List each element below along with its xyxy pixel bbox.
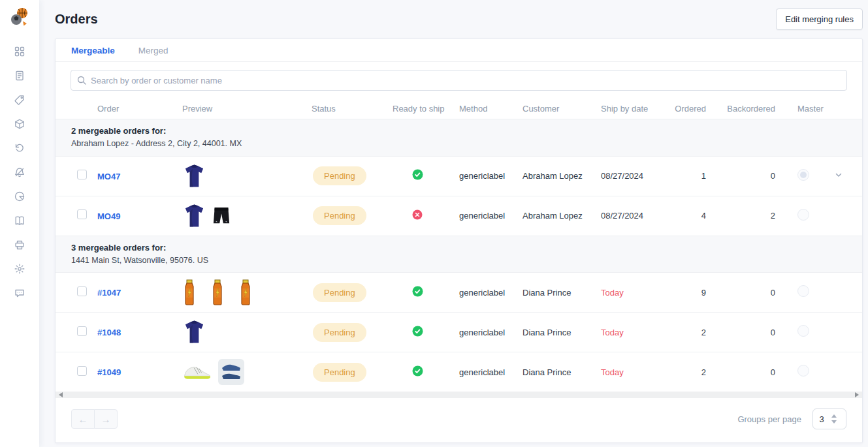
master-radio[interactable] bbox=[797, 325, 809, 337]
tab-mergeable[interactable]: Mergeable bbox=[71, 46, 115, 55]
order-row: #1048PendinggenericlabelDiana PrinceToda… bbox=[56, 312, 862, 352]
horizontal-scrollbar[interactable] bbox=[56, 392, 862, 398]
row-checkbox[interactable] bbox=[77, 366, 87, 376]
backordered-cell: 0 bbox=[706, 288, 775, 298]
page-title: Orders bbox=[55, 12, 98, 27]
groups-per-page-value[interactable] bbox=[813, 414, 830, 424]
pie-chart-icon[interactable] bbox=[14, 191, 25, 202]
order-row: MO47PendinggenericlabelAbraham Lopez08/2… bbox=[56, 156, 862, 196]
returns-icon[interactable] bbox=[14, 142, 25, 154]
master-radio[interactable] bbox=[797, 209, 809, 221]
chat-icon[interactable] bbox=[14, 287, 25, 299]
stepper-up-icon[interactable] bbox=[831, 414, 837, 418]
customer-cell: Diana Prince bbox=[522, 328, 601, 337]
scroll-left-arrow-icon[interactable] bbox=[59, 392, 63, 397]
master-radio[interactable] bbox=[797, 169, 809, 181]
groups-per-page-label: Groups per page bbox=[737, 414, 801, 424]
ordered-cell: 9 bbox=[664, 288, 706, 298]
tabs-bar: Mergeable Merged bbox=[56, 39, 862, 62]
method-cell: genericlabel bbox=[459, 171, 522, 181]
edit-merging-rules-button[interactable]: Edit merging rules bbox=[776, 8, 863, 30]
ship-by-date-cell: 08/27/2024 bbox=[601, 171, 664, 181]
preview-images bbox=[182, 163, 312, 189]
groups-per-page-input[interactable] bbox=[812, 408, 846, 429]
backordered-cell: 0 bbox=[706, 328, 775, 337]
customer-cell: Diana Prince bbox=[522, 288, 601, 298]
main-content: Orders Edit merging rules Mergeable Merg… bbox=[39, 0, 868, 447]
order-link[interactable]: MO47 bbox=[97, 172, 120, 181]
method-cell: genericlabel bbox=[459, 288, 522, 298]
order-row: MO49PendinggenericlabelAbraham Lopez08/2… bbox=[56, 196, 862, 236]
dashboard-grid-icon[interactable] bbox=[14, 46, 25, 57]
catalog-book-icon[interactable] bbox=[14, 215, 25, 226]
prev-page-button[interactable]: ← bbox=[71, 409, 95, 429]
order-link[interactable]: MO49 bbox=[97, 211, 120, 221]
group-title: 3 mergeable orders for: bbox=[71, 241, 846, 254]
bell-muted-icon[interactable] bbox=[14, 166, 25, 178]
ready-check-icon bbox=[412, 286, 423, 297]
column-header-backordered: Backordered bbox=[706, 104, 775, 114]
scroll-right-arrow-icon[interactable] bbox=[855, 392, 859, 397]
group-header: 3 mergeable orders for:1441 Main St, Wat… bbox=[56, 236, 862, 273]
ship-by-date-cell: Today bbox=[601, 288, 664, 298]
printer-icon[interactable] bbox=[14, 239, 25, 251]
method-cell: genericlabel bbox=[459, 328, 522, 337]
order-link[interactable]: #1047 bbox=[97, 288, 121, 298]
preview-images bbox=[182, 359, 312, 385]
row-checkbox[interactable] bbox=[77, 170, 87, 179]
column-header-customer: Customer bbox=[522, 104, 601, 114]
product-bottle-image bbox=[238, 279, 253, 305]
order-row: #1047PendinggenericlabelDiana PrinceToda… bbox=[56, 272, 862, 312]
customer-cell: Abraham Lopez bbox=[522, 211, 601, 221]
product-jersey-image bbox=[182, 319, 206, 345]
order-row: #1049PendinggenericlabelDiana PrinceToda… bbox=[56, 352, 862, 392]
status-badge: Pending bbox=[313, 206, 366, 225]
ship-by-date-cell: Today bbox=[601, 328, 664, 337]
column-header-ready-to-ship: Ready to ship bbox=[393, 104, 459, 114]
column-header-order: Order bbox=[97, 104, 182, 114]
master-radio[interactable] bbox=[797, 365, 809, 377]
stepper-down-icon[interactable] bbox=[831, 420, 837, 424]
preview-images bbox=[182, 279, 312, 305]
status-badge: Pending bbox=[313, 283, 366, 302]
search-input[interactable] bbox=[71, 70, 847, 91]
product-cleats-image bbox=[218, 359, 244, 385]
preview-images bbox=[182, 203, 312, 229]
method-cell: genericlabel bbox=[459, 367, 522, 377]
row-checkbox[interactable] bbox=[77, 286, 87, 296]
table-header-row: OrderPreviewStatusReady to shipMethodCus… bbox=[56, 99, 862, 119]
sidebar bbox=[0, 0, 39, 447]
status-badge: Pending bbox=[313, 363, 366, 382]
product-bottle-image bbox=[210, 279, 225, 305]
master-radio[interactable] bbox=[797, 285, 809, 297]
product-shorts-image bbox=[212, 206, 231, 226]
next-page-button[interactable]: → bbox=[94, 409, 118, 429]
sidebar-nav bbox=[14, 46, 25, 299]
backordered-cell: 0 bbox=[706, 367, 775, 377]
tab-merged[interactable]: Merged bbox=[138, 46, 169, 55]
orders-card: Mergeable Merged OrderPreviewStatusReady… bbox=[55, 39, 863, 443]
package-icon[interactable] bbox=[14, 118, 25, 130]
app-logo bbox=[8, 7, 31, 29]
pagination: ← → bbox=[71, 409, 118, 429]
not-ready-cross-icon bbox=[412, 209, 423, 220]
ordered-cell: 4 bbox=[664, 211, 706, 221]
order-link[interactable]: #1049 bbox=[97, 367, 121, 377]
chevron-down-icon[interactable] bbox=[826, 170, 843, 179]
tag-icon[interactable] bbox=[14, 94, 25, 106]
orders-document-icon[interactable] bbox=[14, 70, 25, 82]
ordered-cell: 2 bbox=[664, 367, 706, 377]
order-link[interactable]: #1048 bbox=[97, 328, 121, 337]
row-checkbox[interactable] bbox=[77, 209, 87, 219]
product-jersey-image bbox=[182, 163, 206, 189]
product-sneaker-image bbox=[182, 363, 212, 381]
group-title: 2 mergeable orders for: bbox=[71, 125, 846, 138]
row-checkbox[interactable] bbox=[77, 326, 87, 336]
status-badge: Pending bbox=[313, 323, 366, 342]
ship-by-date-cell: Today bbox=[601, 367, 664, 377]
settings-gear-icon[interactable] bbox=[14, 263, 25, 275]
product-bottle-image bbox=[182, 279, 197, 305]
table-body: 2 mergeable orders for:Abraham Lopez - A… bbox=[56, 119, 862, 392]
group-address: 1441 Main St, Watsonville, 95076. US bbox=[71, 254, 846, 267]
column-header-status: Status bbox=[312, 104, 393, 114]
